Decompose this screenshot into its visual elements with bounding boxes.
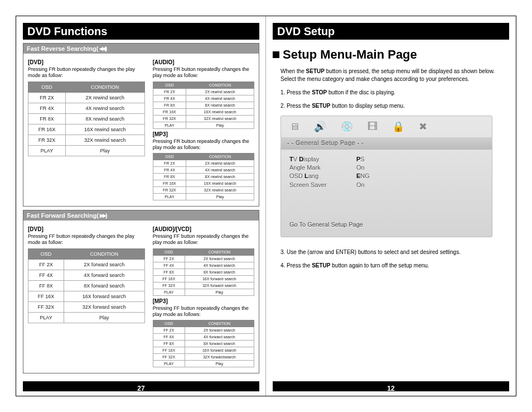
table-cell: FF 2X (28, 259, 64, 270)
table-cell: FF 32X (28, 301, 64, 312)
table-cell: 32X forwardsearch (185, 354, 254, 361)
table-cell: FR 4X (153, 95, 186, 102)
table-cell: FF 32X (153, 282, 185, 289)
setup-step-3: 3. Use the (arrow and ENTER) buttons to … (280, 248, 507, 256)
osd-menu-row: TV DisplayPS (289, 155, 483, 164)
table-row: FF 4X4X forward search (28, 270, 145, 280)
osd-menu-items: TV DisplayPSAngle MarkOnOSD LangENGScree… (280, 150, 492, 193)
page-number-left: 27 (131, 385, 151, 392)
table-row: PLAYPlay (153, 289, 254, 295)
format-desc: Pressing FF button repeatedly changes th… (153, 305, 254, 318)
table-cell: FF 8X (153, 269, 185, 275)
table-cell: 2X rewind search (186, 160, 254, 167)
table-header: OSD (28, 248, 64, 259)
setup-heading: Setup Menu-Main Page (273, 47, 509, 62)
table-cell: 4X forward search (185, 262, 254, 269)
table-cell: 8X rewind search (66, 113, 145, 124)
manual-spread: DVD Functions Fast Reverse Searching(◀◀)… (16, 16, 516, 396)
table-row: FR 32X32X rewind search (153, 187, 254, 194)
table-cell: 32X forward search (64, 301, 145, 312)
table-row: FR 16X16X rewind search (28, 124, 145, 135)
table-row: FR 8X8X rewind search (28, 113, 145, 124)
table-cell: FF 2X (153, 327, 185, 334)
table-cell: FR 32X (28, 135, 66, 145)
setup-heading-text: Setup Menu-Main Page (283, 47, 417, 62)
table-cell: FF 32X (153, 354, 185, 361)
section-bar: Fast Reverse Searching(◀◀) (23, 44, 259, 54)
section-bar: Fast Forward Searching(▶▶) (23, 210, 259, 221)
bullet-square-icon (273, 51, 279, 58)
table-header: OSD (153, 82, 186, 88)
table-cell: 8X forward search (185, 341, 254, 347)
table-cell: 8X rewind search (186, 102, 254, 108)
table-row: FF 8X8X forward search (153, 341, 254, 347)
rewind-icon: ◀◀ (99, 46, 105, 51)
page-number-right: 12 (381, 385, 401, 392)
table-header: OSD (153, 320, 185, 327)
table-row: FF 2X2X forward search (153, 327, 254, 334)
table-row: FF 8X8X forward search (28, 280, 145, 291)
osd-footer-hint: Go To General Setup Page (280, 193, 492, 237)
table-cell: PLAY (28, 312, 64, 323)
format-desc: Pressing FF button repeatedly changes th… (153, 233, 254, 246)
table-cell: PLAY (28, 145, 66, 156)
left-page: DVD Functions Fast Reverse Searching(◀◀)… (16, 16, 266, 396)
table-cell: 16X forward search (185, 347, 254, 354)
table-cell: 2X rewind search (186, 88, 254, 95)
table-row: FF 4X4X forward search (153, 262, 254, 269)
osd-title-bar: - - General Setup Page - - (280, 137, 492, 149)
table-cell: 8X forward search (64, 280, 145, 291)
osd-menu-row: Angle MarkOn (289, 164, 483, 172)
table-cell: FR 4X (28, 103, 66, 113)
format-heading: [DVD] (28, 226, 145, 232)
table-cell: FR 4X (153, 167, 186, 174)
table-cell: FF 4X (153, 262, 185, 269)
setup-intro: When the SETUP button is pressed, the se… (280, 68, 507, 83)
table-row: FF 8X8X forward search (153, 269, 254, 275)
osd-table: OSDCONDITIONFF 2X2X forward searchFF 4X4… (153, 248, 254, 296)
table-cell: FF 4X (28, 270, 64, 280)
monitor-icon: 🖥 (289, 120, 299, 134)
format-heading: [MP3] (153, 131, 254, 137)
table-cell: FF 16X (153, 347, 185, 354)
osd-item-value: On (356, 181, 365, 189)
table-row: FF 2X2X forward search (153, 255, 254, 262)
table-cell: 2X forward search (185, 255, 254, 262)
osd-table: OSDCONDITIONFR 2X2X rewind searchFR 4X4X… (153, 153, 254, 200)
speaker-icon: 🔊 (314, 120, 326, 134)
table-row: FR 2X2X rewind search (153, 88, 254, 95)
osd-item-key: TV Display (289, 155, 356, 164)
format-heading: [MP3] (153, 298, 254, 304)
disc-icon: 💿 (341, 120, 353, 134)
table-row: FR 4X4X rewind search (28, 103, 145, 113)
table-cell: 16X forward search (185, 275, 254, 282)
table-row: FR 4X4X rewind search (153, 167, 254, 174)
close-icon: ✖ (419, 120, 427, 134)
table-row: FR 32X32X rewind search (153, 115, 254, 122)
osd-item-value: ENG (356, 172, 370, 180)
table-header: CONDITION (185, 248, 254, 255)
format-desc: Pressing FR button repeatedly changes th… (28, 66, 145, 79)
table-header: CONDITION (66, 82, 145, 92)
table-row: FR 8X8X rewind search (153, 102, 254, 108)
table-cell: Play (66, 145, 145, 156)
table-cell: 32X rewind search (66, 135, 145, 145)
setup-step-4: 4. Press the SETUP button again to turn … (280, 262, 507, 270)
table-header: CONDITION (185, 320, 254, 327)
osd-item-value: PS (356, 155, 365, 164)
table-cell: FR 16X (28, 124, 66, 135)
table-row: FF 16X16X forward search (153, 347, 254, 354)
table-cell: FR 2X (153, 88, 186, 95)
table-cell: 16X rewind search (186, 180, 254, 187)
setup-step-2: 2. Press the SETUP button to display set… (280, 102, 507, 110)
table-cell: 8X rewind search (186, 174, 254, 180)
osd-item-value: On (356, 164, 365, 172)
table-header: CONDITION (186, 82, 254, 88)
table-row: FF 16X16X forward search (28, 291, 145, 301)
table-cell: FF 4X (153, 334, 185, 341)
table-cell: FR 2X (28, 92, 66, 103)
table-row: FR 4X4X rewind search (153, 95, 254, 102)
table-row: FR 2X2X rewind search (153, 160, 254, 167)
columns: [DVD]Pressing FF button repeatedly chang… (28, 224, 254, 367)
table-row: FF 4X4X forward search (153, 334, 254, 341)
